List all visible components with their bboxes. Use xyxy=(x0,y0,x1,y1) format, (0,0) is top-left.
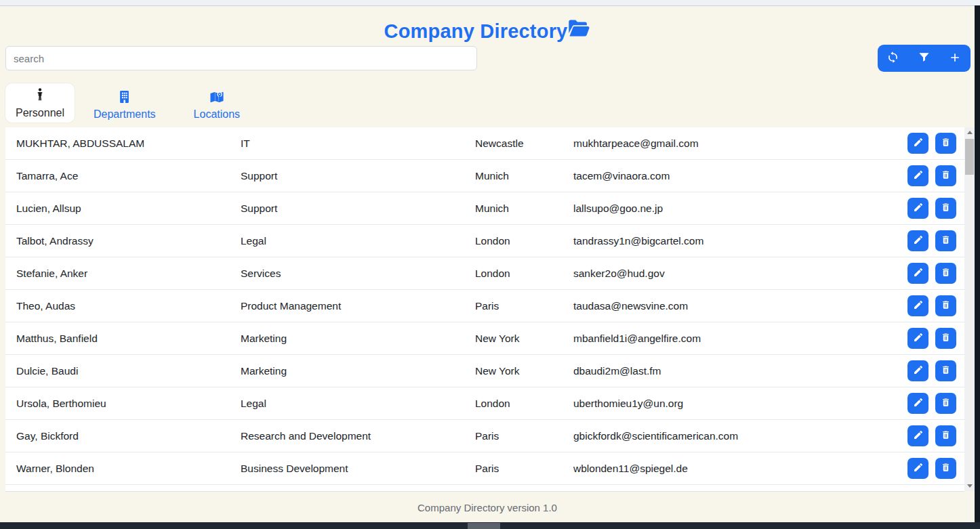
cell-email: mukhtarpeace@gmail.com xyxy=(573,137,907,150)
trash-icon xyxy=(941,462,951,475)
edit-button[interactable] xyxy=(907,328,928,349)
row-actions xyxy=(907,393,964,414)
edit-button[interactable] xyxy=(907,133,928,154)
footer-version-text: Company Directory version 1.0 xyxy=(0,502,975,513)
delete-button[interactable] xyxy=(935,360,956,381)
table-row: Talbot, Andrassy Legal London tandrassy1… xyxy=(5,225,964,257)
refresh-button[interactable] xyxy=(878,45,909,72)
cell-email: wblonden11@spiegel.de xyxy=(573,463,907,475)
scroll-up-arrow[interactable] xyxy=(964,127,975,137)
cell-name: Ursola, Berthomieu xyxy=(16,398,241,410)
tab-departments-label: Departments xyxy=(94,108,156,121)
cell-email: tacem@vinaora.com xyxy=(573,170,907,182)
delete-button[interactable] xyxy=(935,425,956,446)
table-row: Ursola, Berthomieu Legal London uberthom… xyxy=(5,387,964,420)
cell-department: Legal xyxy=(241,398,475,410)
filter-button[interactable] xyxy=(909,45,940,72)
table-row: Gay, Bickford Research and Development P… xyxy=(5,420,964,452)
row-actions xyxy=(907,328,964,349)
table-row: Lucien, Allsup Support Munich lallsupo@g… xyxy=(5,192,964,225)
cell-location: Paris xyxy=(475,300,573,312)
page-title: Company Directory xyxy=(384,20,568,42)
edit-button[interactable] xyxy=(907,198,928,219)
cell-location: London xyxy=(475,398,573,410)
cell-name: Theo, Audas xyxy=(16,300,241,312)
add-button[interactable] xyxy=(939,45,971,72)
cell-location: New York xyxy=(475,333,573,345)
cell-department: Product Management xyxy=(241,300,475,312)
table-row: Stefanie, Anker Services London sanker2o… xyxy=(5,257,964,290)
trash-icon xyxy=(941,397,951,410)
row-actions xyxy=(907,133,964,154)
row-actions xyxy=(907,230,964,251)
pencil-icon xyxy=(913,234,924,247)
desktop-bottom-bar xyxy=(0,522,980,529)
cell-location: Munich xyxy=(475,203,573,215)
table-row: Tamarra, Ace Support Munich tacem@vinaor… xyxy=(5,160,964,192)
cell-email: lallsupo@goo.ne.jp xyxy=(573,203,907,215)
cell-location: Paris xyxy=(475,463,573,475)
cell-email: mbanfield1i@angelfire.com xyxy=(573,333,907,345)
cell-department: IT xyxy=(241,137,475,150)
row-actions xyxy=(907,425,964,446)
trash-icon xyxy=(941,137,951,150)
cell-location: Paris xyxy=(475,430,573,442)
tab-personnel[interactable]: Personnel xyxy=(5,83,75,123)
vertical-scrollbar[interactable] xyxy=(964,127,975,491)
tab-bar: Personnel Departments Locations xyxy=(5,83,247,127)
edit-button[interactable] xyxy=(907,425,928,446)
delete-button[interactable] xyxy=(935,458,956,479)
pencil-icon xyxy=(913,202,924,215)
row-actions xyxy=(907,263,964,284)
row-actions xyxy=(907,165,964,186)
row-actions xyxy=(907,295,964,316)
pencil-icon xyxy=(913,169,924,182)
page-header: Company Directory xyxy=(0,19,975,43)
edit-button[interactable] xyxy=(907,360,928,381)
cell-department: Support xyxy=(241,203,475,215)
cell-location: Munich xyxy=(475,170,573,182)
delete-button[interactable] xyxy=(935,133,956,154)
delete-button[interactable] xyxy=(935,263,956,284)
cell-name: Matthus, Banfield xyxy=(16,333,241,345)
cell-email: dbaudi2m@last.fm xyxy=(573,365,907,377)
edit-button[interactable] xyxy=(907,263,928,284)
plus-icon xyxy=(948,51,962,66)
cell-name: Talbot, Andrassy xyxy=(16,235,241,247)
search-input[interactable] xyxy=(5,46,477,70)
cell-name: MUKHTAR, ABDUSSALAM xyxy=(16,137,241,150)
trash-icon xyxy=(941,299,951,312)
cell-department: Marketing xyxy=(241,365,475,377)
scroll-down-arrow[interactable] xyxy=(964,481,975,491)
edit-button[interactable] xyxy=(907,393,928,414)
trash-icon xyxy=(941,332,951,345)
cell-email: sanker2o@hud.gov xyxy=(573,268,907,280)
cell-department: Support xyxy=(241,170,475,182)
pencil-icon xyxy=(913,332,924,345)
delete-button[interactable] xyxy=(935,328,956,349)
row-actions xyxy=(907,458,964,479)
trash-icon xyxy=(941,267,951,280)
cell-name: Dulcie, Baudi xyxy=(16,365,241,377)
delete-button[interactable] xyxy=(935,393,956,414)
delete-button[interactable] xyxy=(935,165,956,186)
delete-button[interactable] xyxy=(935,295,956,316)
edit-button[interactable] xyxy=(907,165,928,186)
delete-button[interactable] xyxy=(935,198,956,219)
row-actions xyxy=(907,360,964,381)
tab-departments[interactable]: Departments xyxy=(87,83,163,127)
edit-button[interactable] xyxy=(907,295,928,316)
edit-button[interactable] xyxy=(907,458,928,479)
cell-department: Marketing xyxy=(241,333,475,345)
cell-location: New York xyxy=(475,365,573,377)
open-folder-icon xyxy=(567,20,590,42)
tab-locations[interactable]: Locations xyxy=(187,83,247,127)
building-icon xyxy=(118,90,131,106)
delete-button[interactable] xyxy=(935,230,956,251)
cell-email: taudasa@newsvine.com xyxy=(573,300,907,312)
edit-button[interactable] xyxy=(907,230,928,251)
scrollbar-thumb[interactable] xyxy=(965,139,974,175)
row-actions xyxy=(907,198,964,219)
table-row: Theo, Audas Product Management Paris tau… xyxy=(5,290,964,322)
cell-name: Gay, Bickford xyxy=(16,430,241,442)
